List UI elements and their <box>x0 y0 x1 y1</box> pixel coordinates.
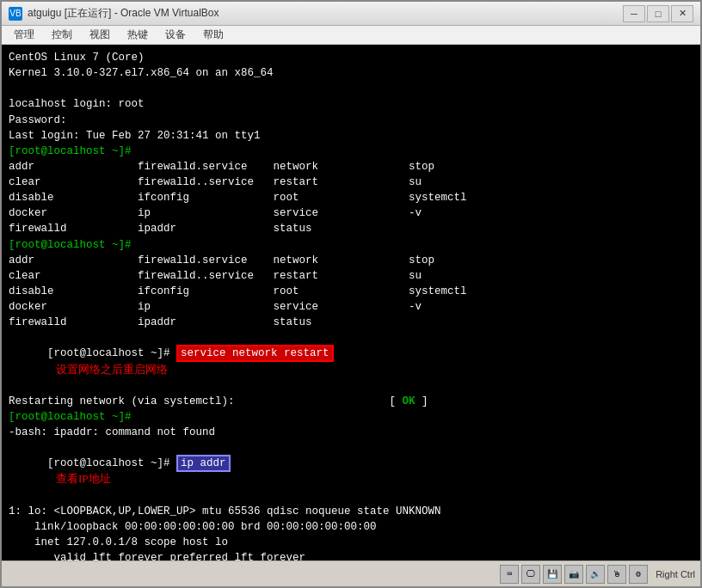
line-3 <box>9 81 693 96</box>
line-ip-addr: [root@localhost ~]# ip addr 查看IP地址 <box>9 440 693 504</box>
minimize-button[interactable]: ─ <box>623 5 645 22</box>
right-ctrl-label: Right Ctrl <box>656 569 695 579</box>
menu-manage[interactable]: 管理 <box>5 26 43 44</box>
line-lo-inet: inet 127.0.0.1/8 scope host lo <box>9 535 693 550</box>
line-lo-valid: valid_lft forever preferred_lft forever <box>9 550 693 560</box>
line-17: docker ip service -v <box>9 299 693 315</box>
window-title: atguigu [正在运行] - Oracle VM VirtualBox <box>28 6 219 21</box>
menu-view[interactable]: 视图 <box>81 26 119 44</box>
status-bar: ⌨ 🖵 💾 📷 🔊 🖱 ⚙ Right Ctrl <box>2 560 700 586</box>
status-icon-7: ⚙ <box>629 565 648 584</box>
status-icon-3: 💾 <box>543 565 562 584</box>
annotation-restart: 设置网络之后重启网络 <box>56 363 168 376</box>
line-10: disable ifconfig root systemctl <box>9 190 693 205</box>
line-1: CentOS Linux 7 (Core) <box>9 50 693 65</box>
line-16: disable ifconfig root systemctl <box>9 284 693 299</box>
line-2: Kernel 3.10.0-327.el7.x86_64 on an x86_6… <box>9 65 693 81</box>
status-icon-1: ⌨ <box>500 565 519 584</box>
line-restarting: Restarting network (via systemctl): [ OK… <box>9 394 693 409</box>
annotation-ipaddr: 查看IP地址 <box>56 472 111 485</box>
line-prompt-after-restart: [root@localhost ~]# <box>9 409 693 425</box>
close-button[interactable]: ✕ <box>671 5 693 22</box>
line-lo-link: link/loopback 00:00:00:00:00:00 brd 00:0… <box>9 519 693 535</box>
line-13: [root@localhost ~]# <box>9 237 693 253</box>
status-icon-5: 🔊 <box>586 565 605 584</box>
app-icon: VB <box>9 7 22 21</box>
ip-addr-highlight: ip addr <box>176 455 231 472</box>
line-service-restart: [root@localhost ~]# service network rest… <box>9 330 693 394</box>
service-restart-highlight: service network restart <box>176 345 334 362</box>
line-command-not-found: -bash: ipaddr: command not found <box>9 425 693 440</box>
line-lo: 1: lo: <LOOPBACK,UP,LOWER_UP> mtu 65536 … <box>9 504 693 519</box>
menu-control[interactable]: 控制 <box>43 26 81 44</box>
line-7: [root@localhost ~]# <box>9 144 693 159</box>
menu-bar: 管理 控制 视图 热键 设备 帮助 <box>2 26 700 45</box>
line-4: localhost login: root <box>9 96 693 112</box>
title-bar-left: VB atguigu [正在运行] - Oracle VM VirtualBox <box>9 6 219 21</box>
line-15: clear firewalld..service restart su <box>9 268 693 284</box>
line-18: firewalld ipaddr status <box>9 315 693 330</box>
title-bar: VB atguigu [正在运行] - Oracle VM VirtualBox… <box>2 2 700 26</box>
line-8: addr firewalld.service network stop <box>9 159 693 175</box>
main-window: VB atguigu [正在运行] - Oracle VM VirtualBox… <box>0 0 702 588</box>
status-icon-4: 📷 <box>564 565 583 584</box>
terminal-area[interactable]: CentOS Linux 7 (Core) Kernel 3.10.0-327.… <box>2 45 700 560</box>
menu-devices[interactable]: 设备 <box>157 26 194 44</box>
menu-hotkey[interactable]: 热键 <box>119 26 157 44</box>
status-icon-2: 🖵 <box>521 565 540 584</box>
line-6: Last login: Tue Feb 27 20:31:41 on tty1 <box>9 128 693 144</box>
line-11: docker ip service -v <box>9 205 693 221</box>
line-5: Password: <box>9 113 693 128</box>
line-12: firewalld ipaddr status <box>9 221 693 236</box>
menu-help[interactable]: 帮助 <box>194 26 232 44</box>
status-icon-6: 🖱 <box>607 565 626 584</box>
line-14: addr firewalld.service network stop <box>9 253 693 268</box>
window-controls: ─ □ ✕ <box>623 5 693 22</box>
line-9: clear firewalld..service restart su <box>9 175 693 190</box>
maximize-button[interactable]: □ <box>647 5 669 22</box>
